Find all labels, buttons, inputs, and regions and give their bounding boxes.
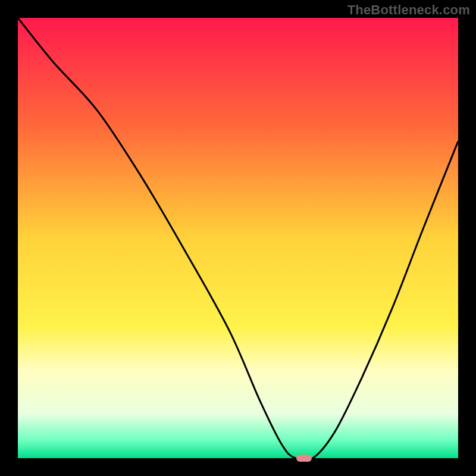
plot-background	[18, 18, 458, 458]
chart-container: TheBottleneck.com	[0, 0, 476, 476]
optimal-marker	[296, 455, 312, 462]
watermark-label: TheBottleneck.com	[347, 2, 470, 18]
bottleneck-chart	[0, 0, 476, 476]
